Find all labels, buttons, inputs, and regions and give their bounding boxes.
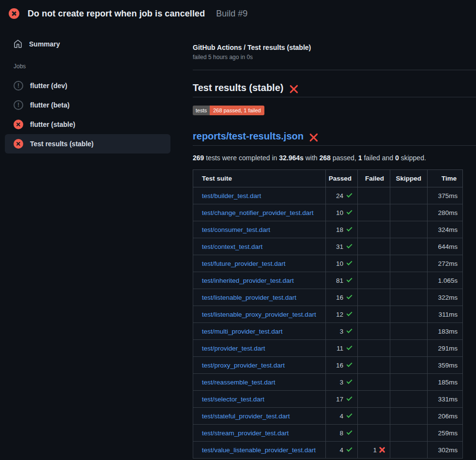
test-suite-link[interactable]: test/listenable_provider_test.dart [202,294,296,301]
sidebar-item-test-results-stable[interactable]: Test results (stable) [5,134,170,153]
col-header-failed: Failed [358,170,390,187]
failed-cell [358,425,390,442]
run-sidebar: Summary Jobs flutter (dev) flutter (beta… [0,25,185,153]
workflow-run-title: Do not create report when job is cancell… [28,9,205,19]
test-suite-link[interactable]: test/context_test.dart [202,243,262,250]
skipped-cell [390,289,428,306]
suite-cell: test/inherited_provider_test.dart [193,272,326,289]
sidebar-item-flutter-beta[interactable]: flutter (beta) [5,95,170,115]
check-icon [346,310,352,316]
test-suite-link[interactable]: test/reassemble_test.dart [202,379,276,386]
col-header-passed: Passed [326,170,358,187]
skipped-cell [390,340,428,357]
time-cell: 185ms [428,374,463,391]
build-number: Build #9 [216,9,247,19]
table-row: test/reassemble_test.dart 3 185ms [193,374,463,391]
table-row: test/listenable_provider_test.dart 16 32… [193,289,463,306]
failed-cell [358,340,390,357]
job-label: flutter (stable) [30,121,75,128]
test-suite-link[interactable]: test/multi_provider_test.dart [202,328,283,335]
check-icon [346,378,352,384]
suite-cell: test/change_notifier_provider_test.dart [193,204,326,221]
summary-failed: 1 [358,154,362,162]
summary-passed: 268 [320,154,331,162]
table-row: test/stream_provider_test.dart 8 259ms [193,425,463,442]
sidebar-item-summary[interactable]: Summary [5,36,170,52]
suite-cell: test/stream_provider_test.dart [193,425,326,442]
check-icon [346,412,352,418]
check-icon [346,276,352,282]
test-suite-link[interactable]: test/future_provider_test.dart [202,260,286,267]
passed-cell: 4 [326,408,358,425]
check-icon [346,446,352,452]
failure-x-icon [289,84,298,93]
time-cell: 331ms [428,391,463,408]
suite-cell: test/listenable_provider_test.dart [193,289,326,306]
test-suite-link[interactable]: test/inherited_provider_test.dart [202,277,294,284]
summary-text: skipped. [399,154,426,162]
passed-cell: 24 [326,187,358,204]
table-row: test/listenable_proxy_provider_test.dart… [193,306,463,323]
cancelled-status-icon [14,81,23,91]
suite-cell: test/consumer_test.dart [193,221,326,238]
summary-text: with [304,154,320,162]
table-row: test/context_test.dart 31 644ms [193,238,463,255]
test-suite-link[interactable]: test/selector_test.dart [202,396,264,403]
check-icon [346,293,352,299]
passed-cell: 17 [326,391,358,408]
table-row: test/value_listenable_provider_test.dart… [193,442,463,459]
test-suite-link[interactable]: test/stream_provider_test.dart [202,429,289,437]
sidebar-summary-label: Summary [29,40,60,48]
passed-cell: 81 [326,272,358,289]
suite-cell: test/context_test.dart [193,238,326,255]
test-suite-link[interactable]: test/stateful_provider_test.dart [202,413,290,420]
sidebar-item-flutter-dev[interactable]: flutter (dev) [5,76,170,95]
divider [193,70,476,70]
check-icon [346,327,352,333]
check-icon [346,344,352,350]
skipped-cell [390,221,428,238]
failed-cell: 1 [358,442,390,459]
test-suite-link[interactable]: test/proxy_provider_test.dart [202,362,285,369]
table-row: test/stateful_provider_test.dart 4 206ms [193,408,463,425]
table-row: test/multi_provider_test.dart 3 183ms [193,323,463,340]
test-suite-link[interactable]: test/change_notifier_provider_test.dart [202,209,313,216]
test-suite-link[interactable]: test/consumer_test.dart [202,226,270,233]
failed-status-icon [14,139,23,149]
build-header: Do not create report when job is cancell… [0,0,476,25]
sidebar-item-flutter-stable[interactable]: flutter (stable) [5,115,170,134]
test-suite-link[interactable]: test/listenable_proxy_provider_test.dart [202,311,316,318]
test-results-table: Test suite Passed Failed Skipped Time te… [193,169,463,459]
time-cell: 1.065s [428,272,463,289]
time-cell: 644ms [428,238,463,255]
table-row: test/change_notifier_provider_test.dart … [193,204,463,221]
section-title: Test results (stable) [193,82,476,97]
failed-cell [358,323,390,340]
passed-cell: 8 [326,425,358,442]
skipped-cell [390,425,428,442]
summary-text: passed, [331,154,358,162]
test-suite-link[interactable]: test/provider_test.dart [202,345,265,352]
skipped-cell [390,238,428,255]
passed-cell: 10 [326,204,358,221]
summary-skipped: 0 [395,154,399,162]
test-suite-link[interactable]: test/value_listenable_provider_test.dart [202,446,316,454]
time-cell: 291ms [428,340,463,357]
skipped-cell [390,374,428,391]
check-icon [346,361,352,367]
table-row: test/proxy_provider_test.dart 16 359ms [193,357,463,374]
section-title-text: Test results (stable) [193,82,283,93]
badge-value: 268 passed, 1 failed [210,106,264,115]
suite-cell: test/future_provider_test.dart [193,255,326,272]
skipped-cell [390,204,428,221]
breadcrumb: GitHub Actions / Test results (stable) [193,44,476,51]
test-suite-link[interactable]: test/builder_test.dart [202,192,261,199]
skipped-cell [390,357,428,374]
suite-cell: test/value_listenable_provider_test.dart [193,442,326,459]
passed-cell: 18 [326,221,358,238]
failed-cell [358,255,390,272]
home-icon [14,40,22,48]
table-row: test/consumer_test.dart 18 324ms [193,221,463,238]
report-file-link[interactable]: reports/test-results.json [193,131,304,142]
suite-cell: test/reassemble_test.dart [193,374,326,391]
